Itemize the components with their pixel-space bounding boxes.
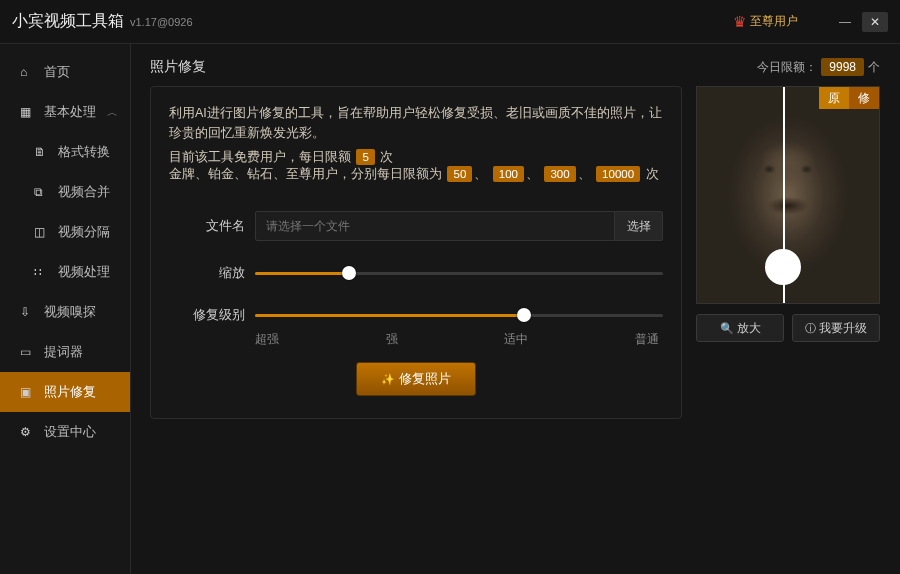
zoom-slider-handle[interactable] — [342, 266, 356, 280]
sidebar: ⌂ 首页 ▦ 基本处理 ︿ 🗎 格式转换 ⧉ 视频合并 ◫ 视频分隔 ∷ 视频处… — [0, 44, 130, 574]
sliders-icon: ∷ — [34, 265, 50, 279]
pick-file-button[interactable]: 选择 — [615, 211, 663, 241]
sidebar-label: 视频分隔 — [58, 224, 110, 241]
sidebar-settings[interactable]: ⚙ 设置中心 — [0, 412, 130, 452]
level-slider-handle[interactable] — [517, 308, 531, 322]
info-icon: ⓘ — [805, 321, 816, 336]
sidebar-label: 设置中心 — [44, 423, 96, 441]
file-input[interactable] — [255, 211, 615, 241]
chevron-up-icon: ︿ — [107, 105, 118, 120]
sidebar-home[interactable]: ⌂ 首页 — [0, 52, 130, 92]
content: 照片修复 今日限额： 9998 个 利用AI进行图片修复的工具，旨在帮助用户轻松… — [130, 44, 900, 574]
limit-diamond: 300 — [544, 166, 575, 182]
sidebar-label: 照片修复 — [44, 383, 96, 401]
file-label: 文件名 — [169, 218, 245, 235]
tick: 适中 — [504, 331, 528, 348]
merge-icon: ⧉ — [34, 185, 50, 199]
quota-label: 今日限额： — [757, 59, 817, 76]
preview-column: 原 修 🔍放大 ⓘ我要升级 — [696, 86, 880, 419]
description-line1: 利用AI进行图片修复的工具，旨在帮助用户轻松修复受损、老旧或画质不佳的照片，让珍… — [169, 103, 663, 143]
tick: 强 — [386, 331, 398, 348]
crown-icon: ♛ — [733, 13, 746, 31]
tick: 普通 — [635, 331, 659, 348]
home-icon: ⌂ — [20, 65, 36, 79]
titlebar: 小宾视频工具箱 v1.17@0926 ♛ 至尊用户 — ✕ — [0, 0, 900, 44]
description-line2: 目前该工具免费用户，每日限额 5 次 — [169, 149, 663, 166]
zoom-label: 缩放 — [169, 265, 245, 282]
sidebar-label: 首页 — [44, 63, 70, 81]
sidebar-video-process[interactable]: ∷ 视频处理 — [0, 252, 130, 292]
level-slider[interactable] — [255, 305, 663, 325]
upgrade-button[interactable]: ⓘ我要升级 — [792, 314, 880, 342]
app-version: v1.17@0926 — [130, 16, 193, 28]
quota-value: 9998 — [821, 58, 864, 76]
gear-icon: ⚙ — [20, 425, 36, 439]
sidebar-video-sniff[interactable]: ⇩ 视频嗅探 — [0, 292, 130, 332]
sidebar-label: 基本处理 — [44, 103, 96, 121]
badge-repaired: 修 — [849, 87, 879, 109]
sidebar-format-convert[interactable]: 🗎 格式转换 — [0, 132, 130, 172]
user-tier-badge[interactable]: ♛ 至尊用户 — [733, 13, 798, 31]
preview-box: 原 修 — [696, 86, 880, 304]
level-ticks: 超强 强 适中 普通 — [255, 331, 663, 348]
sidebar-photo-repair[interactable]: ▣ 照片修复 — [0, 372, 130, 412]
minimize-button[interactable]: — — [832, 12, 858, 32]
app-title: 小宾视频工具箱 — [12, 11, 124, 32]
sidebar-label: 视频嗅探 — [44, 303, 96, 321]
sidebar-label: 提词器 — [44, 343, 83, 361]
sidebar-video-split[interactable]: ◫ 视频分隔 — [0, 212, 130, 252]
download-icon: ⇩ — [20, 305, 36, 319]
zoom-in-button[interactable]: 🔍放大 — [696, 314, 784, 342]
badge-original: 原 — [819, 87, 849, 109]
screen-icon: ▭ — [20, 345, 36, 359]
user-tier-label: 至尊用户 — [750, 13, 798, 30]
sidebar-teleprompter[interactable]: ▭ 提词器 — [0, 332, 130, 372]
compare-handle[interactable] — [765, 249, 801, 285]
panel-title: 照片修复 — [150, 58, 206, 76]
wand-icon: ✨ — [381, 373, 395, 385]
sidebar-label: 格式转换 — [58, 144, 110, 161]
split-icon: ◫ — [34, 225, 50, 239]
level-label: 修复级别 — [169, 307, 245, 324]
grid-icon: ▦ — [20, 105, 36, 119]
sidebar-basic-processing[interactable]: ▦ 基本处理 ︿ — [0, 92, 130, 132]
sidebar-label: 视频合并 — [58, 184, 110, 201]
close-button[interactable]: ✕ — [862, 12, 888, 32]
tick: 超强 — [255, 331, 279, 348]
limit-free: 5 — [356, 149, 374, 165]
limit-platinum: 100 — [493, 166, 524, 182]
repair-button[interactable]: ✨修复照片 — [356, 362, 476, 396]
sidebar-video-merge[interactable]: ⧉ 视频合并 — [0, 172, 130, 212]
image-icon: ▣ — [20, 385, 36, 399]
magnify-icon: 🔍 — [720, 322, 734, 335]
zoom-slider[interactable] — [255, 263, 663, 283]
main-card: 利用AI进行图片修复的工具，旨在帮助用户轻松修复受损、老旧或画质不佳的照片，让珍… — [150, 86, 682, 419]
limit-supreme: 10000 — [596, 166, 640, 182]
file-icon: 🗎 — [34, 145, 50, 159]
limit-gold: 50 — [447, 166, 472, 182]
quota-unit: 个 — [868, 59, 880, 76]
sidebar-label: 视频处理 — [58, 264, 110, 281]
description-line3: 金牌、铂金、钻石、至尊用户，分别每日限额为 50、 100、 300、 1000… — [169, 166, 663, 183]
